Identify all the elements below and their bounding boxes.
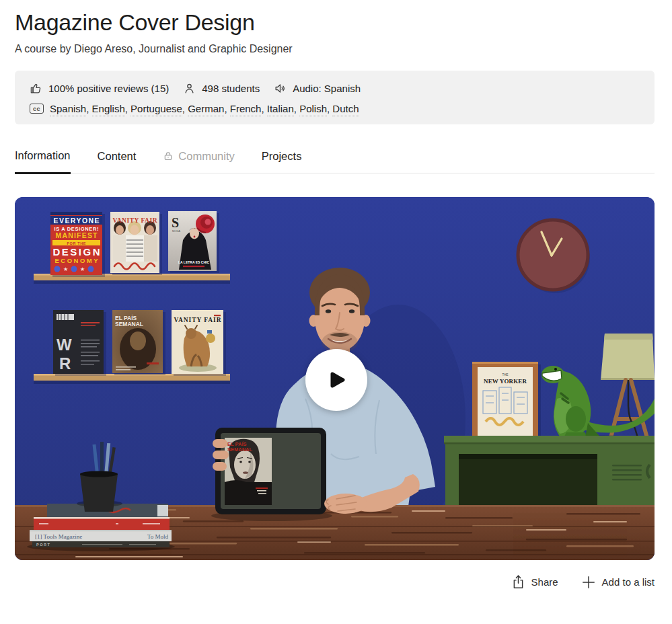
svg-text:VANITY FAIR: VANITY FAIR bbox=[174, 317, 221, 323]
course-subtitle: A course by Diego Areso, Journalist and … bbox=[15, 43, 655, 55]
students-stat: 498 students bbox=[183, 82, 260, 95]
svg-text:To Mold: To Mold bbox=[147, 533, 169, 540]
magazine-wire: W R bbox=[53, 310, 106, 376]
magazine-s-moda: S MODA LA LETRA ES CHIC bbox=[168, 211, 219, 273]
svg-text:W: W bbox=[57, 336, 72, 354]
reviews-stat: 100% positive reviews (15) bbox=[30, 82, 169, 95]
svg-text:R: R bbox=[59, 354, 71, 373]
subtitle-language: Spanish bbox=[50, 103, 86, 116]
stats-row-1: 100% positive reviews (15) 498 students … bbox=[30, 82, 640, 95]
reviews-text: 100% positive reviews (15) bbox=[48, 83, 169, 94]
svg-text:★: ★ bbox=[80, 266, 85, 272]
subtitle-language: Italian bbox=[267, 103, 294, 116]
audio-text: Audio: Spanish bbox=[293, 83, 361, 94]
add-to-list-label: Add to a list bbox=[602, 576, 655, 588]
page-title: Magazine Cover Design bbox=[15, 9, 655, 36]
svg-text:SEMANAL: SEMANAL bbox=[115, 321, 143, 327]
tab-bar: Information Content Community Projects bbox=[15, 149, 655, 173]
svg-text:ECONOMY: ECONOMY bbox=[55, 257, 99, 264]
svg-text:EVERYONE: EVERYONE bbox=[54, 217, 100, 225]
tab-community[interactable]: Community bbox=[163, 149, 234, 173]
course-video[interactable]: EVERYONE IS A DESIGNER! MANIFEST FOR THE… bbox=[15, 197, 655, 560]
tab-projects[interactable]: Projects bbox=[262, 149, 302, 173]
magazine-vanity-fair-photo: VANITY FAIR bbox=[110, 212, 162, 275]
framed-new-yorker-cover: THE NEW YORKER bbox=[472, 362, 541, 444]
magazine-manifesto: EVERYONE IS A DESIGNER! MANIFEST FOR THE… bbox=[50, 212, 105, 277]
wall-clock bbox=[518, 220, 590, 293]
svg-text:MANIFEST: MANIFEST bbox=[56, 231, 98, 239]
person-icon bbox=[183, 82, 196, 95]
svg-text:FOR THE: FOR THE bbox=[67, 241, 86, 245]
rose-hat bbox=[196, 214, 215, 233]
subtitle-language: German bbox=[188, 103, 224, 116]
svg-text:[1] Tools Magazine: [1] Tools Magazine bbox=[35, 533, 82, 540]
svg-text:VANITY FAIR: VANITY FAIR bbox=[113, 217, 157, 224]
stats-row-2: cc Spanish, English, Portuguese, German,… bbox=[30, 103, 640, 114]
plus-icon bbox=[581, 575, 596, 590]
closed-captions-icon: cc bbox=[30, 104, 44, 114]
subtitle-language: French bbox=[230, 103, 262, 116]
svg-text:★: ★ bbox=[63, 266, 68, 272]
tablet-cover-image: EL PAÍS SEMANAL bbox=[225, 438, 272, 505]
audio-stat: Audio: Spanish bbox=[274, 82, 361, 95]
svg-text:S: S bbox=[172, 215, 179, 230]
hand-holding-tablet bbox=[213, 439, 229, 471]
svg-text:DESIGN: DESIGN bbox=[53, 246, 100, 258]
students-text: 498 students bbox=[202, 83, 260, 94]
green-cabinet bbox=[444, 436, 655, 509]
tablet: EL PAÍS SEMANAL bbox=[211, 428, 332, 521]
magazine-vanity-fair-illustrated: VANITY FAIR bbox=[172, 310, 226, 376]
add-to-list-button[interactable]: Add to a list bbox=[581, 575, 655, 590]
subtitle-language: Dutch bbox=[332, 103, 359, 116]
play-icon bbox=[323, 366, 350, 393]
svg-text:LA LETRA ES CHIC: LA LETRA ES CHIC bbox=[178, 260, 209, 264]
magazine-el-pais: EL PAÍS SEMANAL bbox=[112, 310, 165, 375]
lock-icon bbox=[163, 151, 174, 161]
subtitle-languages: Spanish, English, Portuguese, German, Fr… bbox=[50, 103, 359, 114]
share-label: Share bbox=[531, 576, 558, 588]
tab-community-label: Community bbox=[178, 150, 234, 163]
tab-information[interactable]: Information bbox=[15, 149, 71, 174]
subtitle-language: Portuguese bbox=[130, 103, 182, 116]
tab-content[interactable]: Content bbox=[98, 149, 137, 173]
svg-text:PORT: PORT bbox=[36, 543, 50, 547]
video-actions: Share Add to a list bbox=[15, 574, 655, 590]
subtitle-language: English bbox=[92, 103, 125, 116]
svg-text:MODA: MODA bbox=[172, 229, 180, 233]
share-icon bbox=[511, 574, 525, 590]
svg-text:NEW YORKER: NEW YORKER bbox=[484, 378, 527, 385]
subtitle-language: Polish bbox=[299, 103, 327, 116]
thumbs-up-icon bbox=[30, 82, 42, 95]
stats-bar: 100% positive reviews (15) 498 students … bbox=[15, 71, 655, 124]
svg-text:SEMANAL: SEMANAL bbox=[227, 446, 253, 453]
share-button[interactable]: Share bbox=[511, 574, 558, 590]
speaker-icon bbox=[274, 82, 287, 95]
svg-text:THE: THE bbox=[502, 373, 509, 377]
play-button[interactable] bbox=[305, 349, 367, 411]
